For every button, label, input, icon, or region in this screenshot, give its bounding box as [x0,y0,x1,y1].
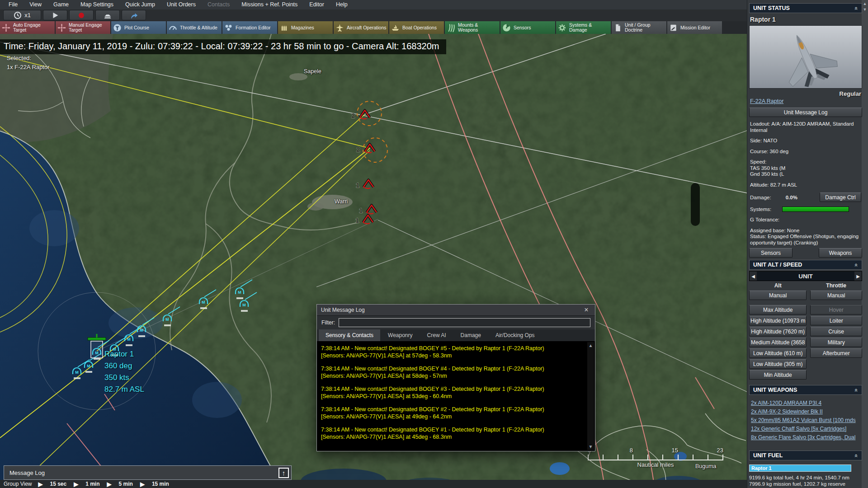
main-toolbar: Auto Engage Target Manual Engage Target … [0,21,868,34]
altitude-preset-button[interactable]: Low Altitude (305 m) [749,359,807,369]
menu-item[interactable]: Quick Jump [119,0,161,9]
magazines-button[interactable]: Magazines [278,21,333,34]
collapse-chevron-icon[interactable]: « [853,388,860,391]
time-interval-buttons: ▶ 15 sec ▶ 1 min ▶ 5 min ▶ 15 min [38,481,176,488]
dialog-tab[interactable]: Damage [454,329,488,341]
collapse-chevron-icon[interactable]: « [853,263,860,266]
altitude-preset-button[interactable]: Max Altitude [749,305,807,314]
crosshair-icon [57,23,66,33]
throttle-preset-button[interactable]: Cruise [810,327,862,336]
formation-editor-button[interactable]: Formation Editor [222,21,277,34]
alt-column-header: Alt [749,282,807,289]
unit-weapons-header[interactable]: UNIT WEAPONS « [749,385,862,395]
plot-course-button[interactable]: Plot Course [111,21,166,34]
weapon-link[interactable]: 12x Generic Chaff Salvo [5x Cartridges] [751,425,861,433]
unit-type-link[interactable]: F-22A Raptor [750,98,861,104]
unit-fuel-header[interactable]: UNIT FUEL « [749,450,862,460]
time-controls-bar: x1 [0,9,747,21]
menu-item[interactable]: View [24,0,47,9]
altitude-preset-button[interactable]: Low Altitude (610 m) [749,348,807,358]
time-compression-button[interactable]: x1 [3,10,41,20]
mission-editor-button[interactable]: Mission Editor [667,21,722,34]
sensors-button[interactable]: Sensors [500,21,555,34]
jump-to-location-button[interactable] [122,10,146,20]
unit-status-text: Status: Engaged Offensive (Shotgun, enga… [750,234,861,246]
clipboard-pencil-icon [669,23,678,33]
boat-operations-button[interactable]: Boat Operations [389,21,444,34]
unit-message-log-button[interactable]: Unit Message Log [749,108,862,117]
weapons-panel-button[interactable]: Weapons [819,248,862,258]
svg-text:2: 2 [356,145,360,153]
sidebar-scrollbar[interactable]: ▲ ▼ [862,0,868,488]
dialog-title-bar[interactable]: Unit Message Log × [317,305,595,316]
collapse-chevron-icon[interactable]: « [853,6,860,9]
sensors-panel-button[interactable]: Sensors [749,248,793,258]
time-interval-button[interactable]: 15 min [152,481,169,487]
menu-item[interactable]: Help [330,0,354,9]
mounts-weapons-button[interactable]: Mounts & Weapons [445,21,500,34]
fuel-selected-unit[interactable]: Raptor 1 [749,465,851,472]
scroll-down-icon[interactable]: ▼ [589,444,593,449]
menu-item[interactable]: Missions + Ref. Points [236,0,303,9]
throttle-preset-button[interactable]: Military [810,338,862,347]
message-log-bar[interactable]: Message Log ↑ [4,465,292,480]
damage-label: Damage: [750,195,771,200]
scroll-up-icon[interactable]: ▲ [589,343,593,348]
throttle-preset-button[interactable]: Manual [810,291,862,300]
log-message-detail: [Sensors: AN/APG-77(V)1 AESA] at 45deg -… [321,433,584,441]
menu-item[interactable]: Contacts [202,0,236,9]
dialog-tab[interactable]: Sensory & Contacts [319,329,380,341]
unit-status-header[interactable]: UNIT STATUS « [749,3,862,13]
throttle-altitude-button[interactable]: Throttle & Altitude [167,21,222,34]
play-button[interactable] [43,10,67,20]
document-icon [613,23,623,33]
dialog-tab[interactable]: Air/Docking Ops [489,329,542,341]
time-interval-button[interactable]: 1 min [85,481,99,487]
dialog-tab[interactable]: Weaponry [381,329,419,341]
menu-item[interactable]: Editor [303,0,330,9]
altitude-preset-button[interactable]: Min Altitude [749,370,807,380]
unit-alt-speed-header[interactable]: UNIT ALT / SPEED « [749,260,862,270]
throttle-preset-button[interactable]: Hover [810,305,862,314]
weapon-link[interactable]: 2x AIM-9X-2 Sidewinder Blk II [751,408,861,416]
menu-item[interactable]: Game [47,0,75,9]
dialog-tab[interactable]: Crew AI [420,329,453,341]
time-interval-button[interactable]: 5 min [119,481,133,487]
weapon-link[interactable]: 5x 20mm/85 M61A2 Vulcan Burst [100 rnds [751,416,861,425]
close-icon[interactable]: × [582,306,591,314]
throttle-preset-button[interactable]: Loiter [810,316,862,325]
manual-engage-target-button[interactable]: Manual Engage Target [56,21,110,34]
loadout-text: Loadout: A/A: AIM-120D AMRAAM, Standard … [750,121,861,133]
group-view-bar: Group View ▶ 15 sec ▶ 1 min ▶ 5 min [0,480,747,488]
menu-item[interactable]: Map Settings [75,0,119,9]
damage-ctrl-button[interactable]: Damage Ctrl [820,192,861,202]
message-log-list[interactable]: ▲ ▼ 7:38:14 AM - New contact! Designated… [317,341,595,451]
filter-input[interactable] [339,318,590,327]
scroll-up-icon[interactable]: ▲ [863,1,867,6]
command-modern-operations-window: File View Game Map Settings Quick Jump U… [0,0,868,488]
auto-engage-target-button[interactable]: Auto Engage Target [0,21,55,34]
systems-damage-button[interactable]: Systems & Damage [556,21,611,34]
log-scrollbar[interactable]: ▲ ▼ [587,342,594,450]
altitude-preset-button[interactable]: Medium Altitude (3658 [749,338,807,347]
weapon-link[interactable]: 8x Generic Flare Salvo [3x Cartridges, D… [751,433,861,442]
throttle-preset-button[interactable]: Afterburner [810,348,862,358]
altitude-preset-button[interactable]: Manual [749,291,807,300]
previous-unit-arrow[interactable]: ◀ [750,272,757,281]
aircraft-operations-button[interactable]: Aircraft Operations [334,21,388,34]
record-button[interactable] [69,10,94,20]
next-unit-arrow[interactable]: ▶ [854,272,862,281]
altitude-preset-button[interactable]: High Altitude (7620 m) [749,327,807,336]
scroll-down-icon[interactable]: ▼ [863,7,867,12]
expand-message-log-button[interactable]: ↑ [278,468,289,478]
menu-item[interactable]: File [3,0,24,9]
collapse-chevron-icon[interactable]: « [853,454,860,457]
unit-group-doctrine-button[interactable]: Unit / Group Doctrine [612,21,666,34]
weapon-link[interactable]: 2x AIM-120D AMRAAM P3I.4 [751,399,861,408]
altitude-preset-button[interactable]: High Altitude (10973 m [749,316,807,325]
menu-item[interactable]: Unit Orders [161,0,202,9]
time-interval-button[interactable]: 15 sec [50,481,66,487]
systems-health-bar [782,206,849,212]
assigned-base-text: Assigned base: None [750,228,861,234]
map-layers-button[interactable] [95,10,120,20]
